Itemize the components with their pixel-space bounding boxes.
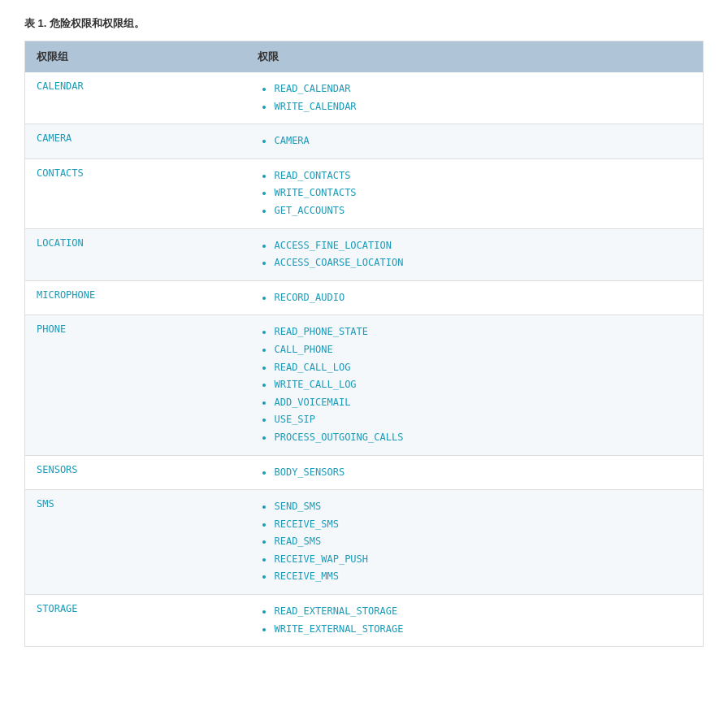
permissions-cell: CAMERA (246, 124, 703, 159)
permission-item: ADD_VOICEMAIL (274, 394, 691, 412)
permissions-table: 权限组 权限 CALENDARREAD_CALENDARWRITE_CALEND… (24, 41, 704, 647)
permission-item: WRITE_CALL_LOG (274, 376, 691, 394)
group-cell: STORAGE (25, 595, 247, 647)
permission-item: BODY_SENSORS (274, 464, 691, 482)
permission-item: READ_SMS (274, 533, 691, 551)
permission-item: CALL_PHONE (274, 341, 691, 359)
permission-item: PROCESS_OUTGOING_CALLS (274, 429, 691, 447)
permission-item: RECEIVE_WAP_PUSH (274, 551, 691, 569)
permission-item: WRITE_CALENDAR (274, 98, 691, 116)
permission-item: ACCESS_FINE_LOCATION (274, 237, 691, 255)
permission-item: WRITE_EXTERNAL_STORAGE (274, 621, 691, 639)
table-row: STORAGEREAD_EXTERNAL_STORAGEWRITE_EXTERN… (25, 595, 704, 647)
table-row: MICROPHONERECORD_AUDIO (25, 280, 704, 315)
permission-item: WRITE_CONTACTS (274, 184, 691, 202)
permissions-cell: BODY_SENSORS (246, 455, 703, 490)
permission-item: RECEIVE_MMS (274, 568, 691, 586)
permission-item: CAMERA (274, 132, 691, 150)
table-row: LOCATIONACCESS_FINE_LOCATIONACCESS_COARS… (25, 228, 704, 280)
permissions-cell: READ_CALENDARWRITE_CALENDAR (246, 72, 703, 124)
permission-item: READ_CALENDAR (274, 80, 691, 98)
group-cell: PHONE (25, 315, 247, 455)
group-cell: SENSORS (25, 455, 247, 490)
permissions-cell: SEND_SMSRECEIVE_SMSREAD_SMSRECEIVE_WAP_P… (246, 490, 703, 595)
permission-item: USE_SIP (274, 411, 691, 429)
permissions-cell: ACCESS_FINE_LOCATIONACCESS_COARSE_LOCATI… (246, 228, 703, 280)
permission-item: ACCESS_COARSE_LOCATION (274, 254, 691, 272)
permissions-cell: READ_EXTERNAL_STORAGEWRITE_EXTERNAL_STOR… (246, 595, 703, 647)
permission-item: GET_ACCOUNTS (274, 202, 691, 220)
col-group-header: 权限组 (25, 41, 247, 73)
col-permission-header: 权限 (246, 41, 703, 73)
group-cell: LOCATION (25, 228, 247, 280)
permissions-cell: RECORD_AUDIO (246, 280, 703, 315)
permission-item: READ_PHONE_STATE (274, 323, 691, 341)
permission-item: READ_CONTACTS (274, 167, 691, 185)
permission-item: READ_EXTERNAL_STORAGE (274, 603, 691, 621)
permission-item: READ_CALL_LOG (274, 359, 691, 377)
table-row: SMSSEND_SMSRECEIVE_SMSREAD_SMSRECEIVE_WA… (25, 490, 704, 595)
permissions-cell: READ_CONTACTSWRITE_CONTACTSGET_ACCOUNTS (246, 158, 703, 228)
permissions-cell: READ_PHONE_STATECALL_PHONEREAD_CALL_LOGW… (246, 315, 703, 455)
group-cell: CALENDAR (25, 72, 247, 124)
permission-item: SEND_SMS (274, 498, 691, 516)
table-row: PHONEREAD_PHONE_STATECALL_PHONEREAD_CALL… (25, 315, 704, 455)
group-cell: CAMERA (25, 124, 247, 159)
permission-item: RECORD_AUDIO (274, 289, 691, 307)
table-row: SENSORSBODY_SENSORS (25, 455, 704, 490)
group-cell: MICROPHONE (25, 280, 247, 315)
table-row: CALENDARREAD_CALENDARWRITE_CALENDAR (25, 72, 704, 124)
table-row: CONTACTSREAD_CONTACTSWRITE_CONTACTSGET_A… (25, 158, 704, 228)
table-row: CAMERACAMERA (25, 124, 704, 159)
group-cell: SMS (25, 490, 247, 595)
table-title: 表 1. 危险权限和权限组。 (24, 16, 704, 31)
permission-item: RECEIVE_SMS (274, 516, 691, 534)
group-cell: CONTACTS (25, 158, 247, 228)
